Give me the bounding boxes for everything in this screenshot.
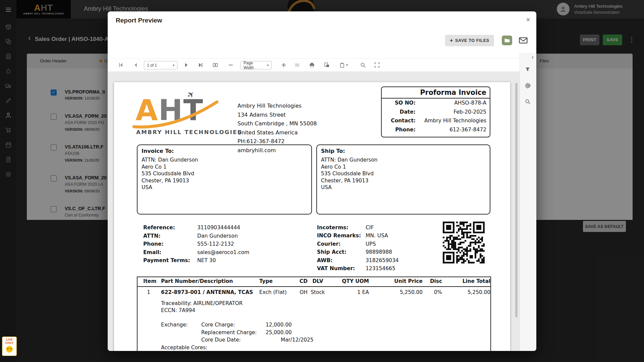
export-disabled-icon bbox=[294, 62, 300, 68]
modal-title: Report Preview bbox=[116, 17, 162, 24]
collapse-panel-icon[interactable]: ‹ bbox=[532, 54, 534, 61]
plus-icon: + bbox=[450, 38, 453, 44]
side-tool-strip: ‹ bbox=[520, 53, 536, 351]
logo-swoosh bbox=[132, 94, 221, 134]
invoice-field: Phone:612-367-8472 bbox=[382, 125, 490, 134]
proforma-invoice-box: Proforma Invoice SO NO:AHSO-878-A Date:F… bbox=[381, 86, 490, 137]
zoom-mode-dropdown[interactable]: Page Width ▾ bbox=[240, 61, 272, 69]
print-layout-icon[interactable] bbox=[324, 62, 330, 68]
multipage-view-icon[interactable] bbox=[212, 62, 218, 68]
invoice-field: Contact:Ambry Hill Technologies bbox=[382, 116, 490, 125]
page-select-dropdown[interactable]: 1 of 1 ▾ bbox=[144, 61, 177, 69]
filter-icon[interactable] bbox=[525, 66, 531, 72]
invoice-page: AHT ✈ AMBRY HILL TECHNOLOGIES Ambry Hill… bbox=[114, 82, 510, 351]
reference-block: Reference:3110903444444 ATTN:Dan Gunders… bbox=[143, 224, 249, 265]
live-chat-label-1: LIVE bbox=[6, 338, 13, 341]
viewer-toolbar: 1 of 1 ▾ Page Width ▾ ▾ bbox=[108, 58, 520, 72]
invoice-title: Proforma Invoice bbox=[382, 87, 490, 99]
open-folder-button[interactable] bbox=[502, 36, 512, 45]
folder-icon bbox=[504, 38, 510, 43]
print-icon[interactable] bbox=[309, 62, 315, 68]
line-items-table: Item Part Number/Description Type CD DLV… bbox=[137, 277, 491, 351]
next-page-icon[interactable] bbox=[183, 62, 190, 68]
traceability-note: Traceability: AIRLINE/OPERATOR bbox=[161, 300, 243, 306]
invoice-to-box: Invoice To: ATTN: Dan Gunderson Aero Co … bbox=[137, 144, 312, 215]
settings-gear-icon[interactable] bbox=[525, 82, 531, 89]
last-page-icon[interactable] bbox=[198, 62, 204, 68]
logo-subtext: AMBRY HILL TECHNOLOGIES bbox=[136, 129, 242, 135]
mail-icon bbox=[519, 37, 528, 44]
vertical-scrollbar[interactable] bbox=[515, 83, 518, 317]
live-chat-label-2: CHAT bbox=[5, 341, 13, 345]
invoice-field: Date:Feb-20-2025 bbox=[382, 108, 490, 117]
search-panel-icon[interactable] bbox=[525, 99, 531, 105]
shipping-terms-block: Incoterms:CIF INCO Remarks:MN. USA Couri… bbox=[317, 224, 399, 273]
search-document-icon[interactable] bbox=[360, 62, 366, 68]
eccn-note: ECCN: 7A994 bbox=[161, 307, 195, 313]
caret-down-icon[interactable]: ▾ bbox=[346, 63, 348, 67]
caret-down-icon: ▾ bbox=[173, 63, 174, 67]
save-to-files-button[interactable]: + SAVE TO FILES bbox=[445, 35, 494, 46]
ship-to-box: Ship To: ATTN: Dan Gunderson Aero Co 1 5… bbox=[316, 144, 490, 215]
paste-export-icon[interactable] bbox=[339, 62, 345, 68]
screen: AHT AMBRY HILL TECHNOLOGIES Ambry Hill T… bbox=[0, 0, 644, 362]
zoom-in-icon[interactable] bbox=[281, 62, 287, 68]
invoice-field: SO NO:AHSO-878-A bbox=[382, 99, 490, 108]
qr-code bbox=[443, 222, 485, 263]
close-icon[interactable]: × bbox=[526, 15, 530, 24]
zoom-out-icon[interactable] bbox=[228, 62, 234, 68]
email-report-button[interactable] bbox=[517, 35, 529, 46]
caret-down-icon: ▾ bbox=[267, 63, 269, 67]
document-viewport[interactable]: AHT ✈ AMBRY HILL TECHNOLOGIES Ambry Hill… bbox=[108, 71, 520, 351]
fullscreen-icon[interactable] bbox=[374, 62, 380, 68]
first-page-icon[interactable] bbox=[118, 62, 124, 68]
table-header-row: Item Part Number/Description Type CD DLV… bbox=[138, 277, 490, 287]
live-chat-widget[interactable]: LIVE CHAT bbox=[2, 337, 17, 356]
live-chat-mascot-icon bbox=[6, 346, 13, 353]
previous-page-icon[interactable] bbox=[132, 62, 139, 68]
report-preview-modal: Report Preview × + SAVE TO FILES 1 of 1 … bbox=[108, 11, 536, 351]
